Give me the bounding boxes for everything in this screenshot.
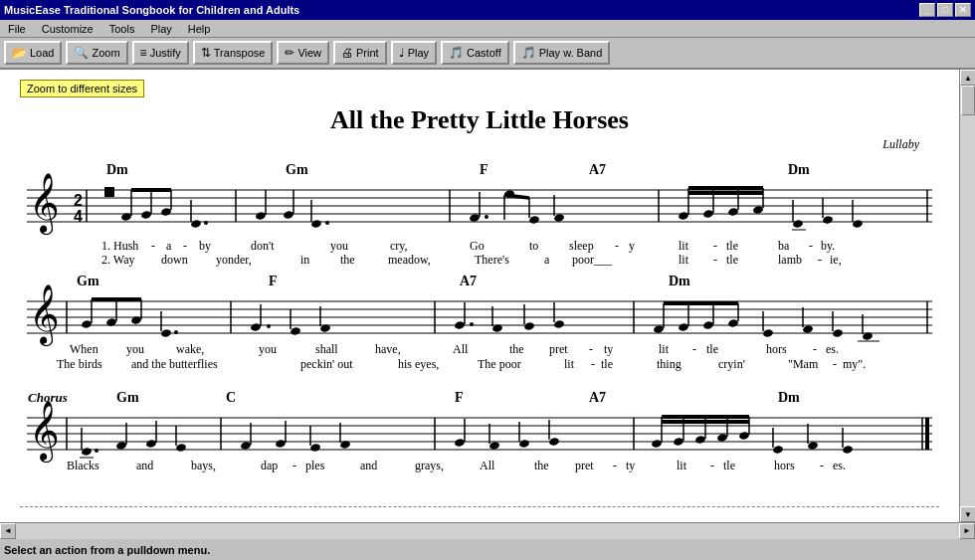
svg-point-134 xyxy=(553,319,564,328)
svg-text:-: - xyxy=(591,357,595,371)
menu-help[interactable]: Help xyxy=(184,22,215,36)
svg-point-150 xyxy=(832,328,843,337)
svg-text:cryin': cryin' xyxy=(718,357,745,371)
svg-point-205 xyxy=(145,439,156,448)
svg-text:meadow,: meadow, xyxy=(388,253,431,267)
load-icon: 📂 xyxy=(12,46,27,60)
svg-text:F: F xyxy=(480,162,488,177)
svg-text:lit: lit xyxy=(679,253,689,267)
svg-text:ty: ty xyxy=(626,459,635,472)
svg-point-230 xyxy=(673,437,683,446)
transpose-button[interactable]: ⇅ Transpose xyxy=(193,41,274,65)
svg-text:peckin' out: peckin' out xyxy=(300,357,353,371)
svg-text:don't: don't xyxy=(251,239,275,253)
scroll-up-button[interactable]: ▲ xyxy=(960,70,975,86)
menu-customize[interactable]: Customize xyxy=(38,22,98,36)
justify-button[interactable]: ≡ Justify xyxy=(132,41,189,65)
menu-tools[interactable]: Tools xyxy=(105,22,139,36)
print-button[interactable]: 🖨 Print xyxy=(333,41,387,65)
scroll-left-button[interactable]: ◄ xyxy=(0,523,16,539)
svg-text:A7: A7 xyxy=(589,162,606,177)
svg-text:𝄞: 𝄞 xyxy=(29,284,60,347)
svg-point-240 xyxy=(772,445,783,454)
vertical-scrollbar[interactable]: ▲ ▼ xyxy=(959,70,975,522)
zoom-button[interactable]: 🔍 Zoom xyxy=(66,41,127,65)
svg-text:pret: pret xyxy=(575,459,594,472)
close-button[interactable]: ✕ xyxy=(955,3,971,17)
scroll-down-button[interactable]: ▼ xyxy=(960,506,975,522)
svg-point-234 xyxy=(716,433,727,442)
svg-text:A7: A7 xyxy=(460,274,477,288)
svg-text:ty: ty xyxy=(604,342,613,356)
svg-text:tle: tle xyxy=(726,239,738,253)
scroll-track[interactable] xyxy=(960,86,975,506)
svg-point-36 xyxy=(485,215,488,219)
svg-text:-: - xyxy=(813,342,817,356)
scroll-thumb[interactable] xyxy=(961,86,975,115)
castoff-button[interactable]: 🎵 Castoff xyxy=(441,41,509,65)
horizontal-scrollbar[interactable]: ◄ ► xyxy=(0,522,975,538)
svg-point-119 xyxy=(250,322,261,331)
svg-text:-: - xyxy=(589,342,593,356)
svg-text:pret: pret xyxy=(549,342,568,356)
svg-text:poor___: poor___ xyxy=(572,253,613,267)
svg-text:4: 4 xyxy=(74,208,83,225)
main-area: Zoom to different sizes All the Pretty L… xyxy=(0,70,975,522)
svg-text:by.: by. xyxy=(821,239,835,253)
svg-text:𝄞: 𝄞 xyxy=(29,401,60,464)
svg-text:Dm: Dm xyxy=(788,162,810,177)
svg-point-58 xyxy=(822,215,833,224)
svg-text:-: - xyxy=(613,459,617,472)
svg-text:tle: tle xyxy=(706,342,718,356)
svg-text:The poor: The poor xyxy=(478,357,521,371)
load-button[interactable]: 📂 Load xyxy=(4,41,62,65)
svg-text:-: - xyxy=(151,239,155,253)
svg-text:Gm: Gm xyxy=(77,274,99,288)
scroll-h-track[interactable] xyxy=(16,523,959,539)
svg-point-199 xyxy=(81,447,92,456)
svg-point-47 xyxy=(702,209,713,218)
svg-point-129 xyxy=(470,322,474,326)
title-bar: MusicEase Traditional Songbook for Child… xyxy=(0,0,975,20)
transpose-icon: ⇅ xyxy=(201,46,211,60)
svg-point-148 xyxy=(802,324,813,333)
svg-text:hors: hors xyxy=(774,459,795,472)
svg-point-203 xyxy=(115,441,126,450)
svg-point-55 xyxy=(792,219,803,228)
svg-text:-: - xyxy=(818,253,822,267)
maximize-button[interactable]: □ xyxy=(937,3,953,17)
svg-text:All: All xyxy=(480,459,495,472)
svg-point-225 xyxy=(548,437,559,446)
svg-text:There's: There's xyxy=(475,253,509,267)
svg-text:lit: lit xyxy=(659,342,670,356)
svg-text:Gm: Gm xyxy=(286,162,308,177)
svg-point-17 xyxy=(140,210,151,219)
menu-play[interactable]: Play xyxy=(146,22,175,36)
svg-point-141 xyxy=(702,320,713,329)
status-text: Select an action from a pulldown menu. xyxy=(4,544,210,556)
zoom-hint[interactable]: Zoom to different sizes xyxy=(20,80,144,97)
menu-file[interactable]: File xyxy=(4,22,30,36)
svg-point-232 xyxy=(694,435,705,444)
justify-icon: ≡ xyxy=(140,46,147,60)
svg-text:sleep: sleep xyxy=(569,239,594,253)
minimize-button[interactable]: _ xyxy=(919,3,935,17)
play-icon: ♩ xyxy=(399,46,405,60)
svg-point-137 xyxy=(653,324,664,333)
svg-point-30 xyxy=(310,219,321,228)
scroll-right-button[interactable]: ► xyxy=(959,523,975,539)
svg-point-122 xyxy=(290,326,300,335)
svg-text:2. Way: 2. Way xyxy=(101,253,134,267)
play-button[interactable]: ♩ Play xyxy=(391,41,437,65)
play-band-button[interactable]: 🎵 Play w. Band xyxy=(513,41,611,65)
view-button[interactable]: ✏ View xyxy=(277,41,329,65)
svg-text:"Mam: "Mam xyxy=(788,357,819,371)
svg-text:a: a xyxy=(166,239,172,253)
svg-text:-: - xyxy=(692,342,696,356)
svg-text:tle: tle xyxy=(601,357,613,371)
svg-point-143 xyxy=(727,318,738,327)
content-area[interactable]: Zoom to different sizes All the Pretty L… xyxy=(0,70,959,522)
svg-text:ples: ples xyxy=(305,459,325,472)
svg-point-39 xyxy=(528,215,539,224)
svg-text:C: C xyxy=(226,390,236,405)
